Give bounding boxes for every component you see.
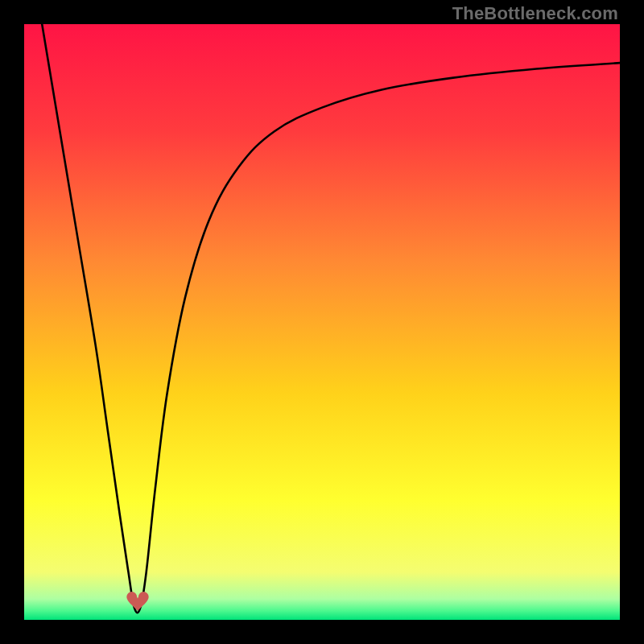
plot-area (24, 24, 620, 620)
bottleneck-curve (24, 24, 620, 620)
watermark-text: TheBottleneck.com (452, 3, 618, 24)
chart-frame: TheBottleneck.com (0, 0, 644, 644)
